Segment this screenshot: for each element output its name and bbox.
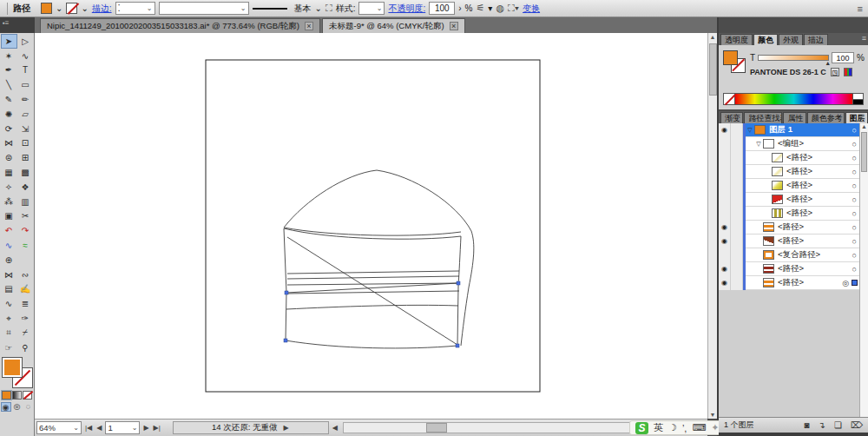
target-circle-icon[interactable]: ○ <box>852 195 857 204</box>
isolate-icon[interactable]: ◍ <box>496 3 504 14</box>
free-transform-tool-icon[interactable]: ⊡ <box>17 136 34 151</box>
direct-selection-tool-icon[interactable]: ▷ <box>17 34 34 49</box>
width-tool-icon[interactable]: ⋈ <box>1 136 17 151</box>
stroke-weight-link[interactable]: 描边: <box>92 3 112 15</box>
opacity-stepper-arrow[interactable]: › <box>458 3 461 13</box>
layer-thumbnail[interactable] <box>763 222 774 232</box>
layer-label[interactable]: 图层 1 <box>769 124 852 135</box>
red-curve-tool-1-icon[interactable]: ↶ <box>1 223 17 238</box>
smooth-tool-icon[interactable]: ∿ <box>1 296 17 311</box>
layer-row[interactable]: <路径>○ <box>719 151 859 165</box>
ime-punctuation-icon[interactable]: ’, <box>682 423 687 433</box>
transform-link[interactable]: 变换 <box>523 3 540 15</box>
visibility-eye-icon[interactable] <box>719 165 731 179</box>
layers-panel-menu-icon[interactable]: ≡ <box>862 112 866 121</box>
layer-row[interactable]: <路径>○ <box>719 179 859 193</box>
lock-cell[interactable] <box>731 262 743 276</box>
recolor-artwork-icon[interactable]: ⛶ <box>326 3 332 14</box>
tab-gradient[interactable]: 渐变 <box>720 112 743 123</box>
scale-tool-icon[interactable]: ⇲ <box>17 122 34 136</box>
columns-tool-icon[interactable]: ≣ <box>17 296 34 311</box>
pen-tool-icon[interactable]: ✒ <box>1 63 17 78</box>
spectrum-bar[interactable] <box>735 93 853 105</box>
layers-scroll-thumb[interactable] <box>861 132 867 172</box>
artboard-number-select[interactable]: 1⌄ <box>105 421 140 434</box>
layer-label[interactable]: <路径> <box>786 194 852 205</box>
magic-wand-tool-icon[interactable]: ✶ <box>1 49 17 63</box>
lock-cell[interactable] <box>731 179 743 193</box>
toolbox-collapse-icon[interactable]: ▪≡ <box>3 19 10 27</box>
status-menu-arrow[interactable]: ▶ <box>282 424 289 432</box>
layers-scroll-up-icon[interactable]: ▲ <box>861 123 867 129</box>
tab-pathfinder[interactable]: 路径查找器 <box>744 112 782 123</box>
paint-color-button[interactable] <box>2 391 11 400</box>
variable-width-select[interactable]: ⌄ <box>159 2 249 15</box>
paint-gradient-button[interactable] <box>12 391 22 400</box>
brush-dropdown-arrow[interactable]: ⌄ <box>315 3 322 13</box>
layer-label[interactable]: <路径> <box>786 166 852 177</box>
shape-builder-tool-icon[interactable]: ⊜ <box>1 150 17 165</box>
layer-row[interactable]: <路径>○ <box>719 193 859 207</box>
toolbox-header[interactable]: ▪≡ <box>0 17 35 33</box>
visibility-eye-icon[interactable] <box>719 179 731 193</box>
layer-label[interactable]: <复合路径> <box>778 249 852 261</box>
target-circle-icon[interactable]: ○ <box>852 251 857 260</box>
toolbox-fill-swatch[interactable] <box>3 358 22 377</box>
visibility-eye-icon[interactable] <box>719 248 731 262</box>
eraser-tool-icon[interactable]: ▱ <box>17 107 34 122</box>
artboard-tool-icon[interactable]: ▣ <box>1 209 17 224</box>
blend-tool-icon[interactable]: ❖ <box>17 180 34 195</box>
layer-thumbnail[interactable] <box>772 181 783 190</box>
select-similar-icon[interactable]: ⚟ <box>476 3 484 14</box>
last-artboard-button[interactable]: ▶| <box>153 424 161 432</box>
layer-thumbnail[interactable] <box>763 278 774 287</box>
blob-brush-tool-icon[interactable]: ✺ <box>1 107 17 122</box>
layer-label[interactable]: <路径> <box>786 180 852 191</box>
close-icon[interactable]: × <box>305 22 313 30</box>
layer-thumbnail[interactable] <box>754 125 766 135</box>
white-swatch[interactable] <box>853 93 864 100</box>
ime-lang-mode[interactable]: 英 <box>654 421 663 434</box>
vertical-scroll-thumb[interactable] <box>709 43 717 96</box>
lock-cell[interactable] <box>731 123 743 137</box>
layer-label[interactable]: <路径> <box>786 208 852 219</box>
layer-thumbnail[interactable] <box>772 153 783 162</box>
tab-attributes[interactable]: 属性 <box>783 112 806 123</box>
layer-thumbnail[interactable] <box>763 264 774 274</box>
expand-triangle-icon[interactable]: ▽ <box>754 141 763 148</box>
blue-squiggle-tool-icon[interactable]: ∿ <box>1 238 17 253</box>
frame-tool-icon[interactable]: ⌗ <box>1 326 17 340</box>
stroke-color-swatch[interactable] <box>66 3 77 14</box>
layer-label[interactable]: <路径> <box>778 263 852 274</box>
target-circle-icon[interactable]: ○ <box>852 140 857 149</box>
lock-cell[interactable] <box>731 193 743 207</box>
lock-cell[interactable] <box>731 151 743 165</box>
visibility-eye-icon[interactable] <box>719 151 731 165</box>
document-tab-2[interactable]: 未标题-9* @ 64% (CMYK/轮廓) × <box>322 18 465 33</box>
red-curve-tool-2-icon[interactable]: ↷ <box>17 223 34 238</box>
paintbrush-tool-icon[interactable]: ✎ <box>1 92 17 107</box>
visibility-eye-icon[interactable]: ◉ <box>719 221 731 235</box>
visibility-eye-icon[interactable]: ◉ <box>719 235 731 248</box>
visibility-eye-icon[interactable]: ◉ <box>719 276 731 290</box>
layer-row[interactable]: ◉<路径>○ <box>719 262 859 276</box>
target-circle-icon[interactable]: ○ <box>852 265 857 274</box>
perspective-grid-tool-icon[interactable]: ⊞ <box>17 150 34 165</box>
type-tool-icon[interactable]: T <box>17 63 34 78</box>
visibility-eye-icon[interactable]: ◉ <box>719 123 731 137</box>
layer-row[interactable]: ◉<路径>◎ <box>719 276 859 290</box>
pencil-tool-icon[interactable]: ✏ <box>17 92 34 107</box>
layer-label[interactable]: <路径> <box>786 152 852 163</box>
rotate-tool-icon[interactable]: ⟳ <box>1 122 17 136</box>
opacity-link[interactable]: 不透明度: <box>388 3 425 15</box>
delete-layer-icon[interactable]: ⌦ <box>851 420 863 430</box>
eyedropper-tool-icon[interactable]: ✧ <box>1 180 17 195</box>
target-circle-icon[interactable]: ◎ <box>842 279 849 287</box>
visibility-eye-icon[interactable] <box>719 193 731 207</box>
lock-cell[interactable] <box>731 276 743 290</box>
tint-slider[interactable]: ▲ <box>758 55 829 61</box>
layer-thumbnail[interactable] <box>763 250 774 260</box>
fill-color-swatch[interactable] <box>41 3 52 14</box>
layer-row[interactable]: ◉▽图层 1○ <box>719 123 859 137</box>
ime-keyboard-icon[interactable]: ⌨ <box>692 422 706 433</box>
